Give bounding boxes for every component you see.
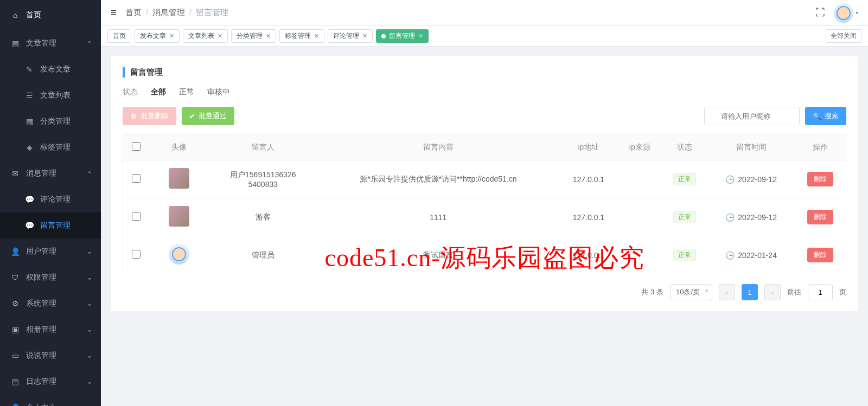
chevron-down-icon: ⌄ <box>87 248 92 255</box>
clock-icon: 🕒 <box>725 213 735 222</box>
cell-user: 管理员 <box>209 236 318 274</box>
document-icon: ▤ <box>11 39 20 48</box>
col-ip-source: ip来源 <box>618 134 661 160</box>
crumb-l1[interactable]: 消息管理 <box>152 8 185 18</box>
row-checkbox[interactable] <box>132 250 141 259</box>
search-button[interactable]: 🔍搜索 <box>805 107 846 125</box>
col-action: 操作 <box>795 134 846 160</box>
delete-button[interactable]: 删除 <box>807 210 833 224</box>
sidebar-item-home[interactable]: ⌂首页 <box>0 0 101 30</box>
crumb-home[interactable]: 首页 <box>125 8 142 18</box>
page-size-select[interactable]: 10条/页 <box>670 284 712 300</box>
jump-input[interactable] <box>808 284 833 300</box>
sidebar-item-personal[interactable]: 👤个人中心 <box>0 395 101 406</box>
sidebar-item-guestbook[interactable]: 💬留言管理 <box>0 212 101 239</box>
cell-content: 1111 <box>317 198 559 236</box>
close-icon[interactable]: ✕ <box>418 33 423 40</box>
close-icon[interactable]: ✕ <box>266 33 271 40</box>
filter-review[interactable]: 审核中 <box>207 87 230 97</box>
tab-标签管理[interactable]: 标签管理✕ <box>279 29 324 43</box>
filter-normal[interactable]: 正常 <box>179 87 194 97</box>
tab-文章列表[interactable]: 文章列表✕ <box>183 29 228 43</box>
sidebar: ⌂首页 ▤文章管理⌄ ✎发布文章 ☰文章列表 ▦分类管理 ◈标签管理 ✉消息管理… <box>0 0 101 406</box>
row-avatar <box>169 244 189 265</box>
col-content: 留言内容 <box>317 134 559 160</box>
row-avatar <box>169 168 189 189</box>
col-status: 状态 <box>661 134 707 160</box>
sidebar-item-publish[interactable]: ✎发布文章 <box>0 56 101 82</box>
sidebar-item-system[interactable]: ⚙系统管理⌄ <box>0 291 101 317</box>
clock-icon: 🕒 <box>725 251 735 260</box>
sidebar-item-article[interactable]: ▤文章管理⌄ <box>0 30 101 56</box>
cell-ip: 127.0.0.1 <box>559 160 618 198</box>
sidebar-item-message[interactable]: ✉消息管理⌄ <box>0 160 101 186</box>
tab-首页[interactable]: 首页 <box>107 29 131 43</box>
chevron-down-icon: ⌄ <box>87 274 92 281</box>
filter-all[interactable]: 全部 <box>151 87 166 97</box>
select-all-checkbox[interactable] <box>132 142 141 151</box>
row-avatar <box>169 206 189 227</box>
pager-total: 共 3 条 <box>641 287 663 297</box>
close-icon[interactable]: ✕ <box>169 33 174 40</box>
close-icon[interactable]: ✕ <box>314 33 319 40</box>
user-icon: 👤 <box>11 247 20 256</box>
avatar <box>834 3 853 23</box>
pager-page-1[interactable]: 1 <box>742 284 758 300</box>
batch-delete-button[interactable]: 🗑批量删除 <box>123 107 176 125</box>
cell-ip-source <box>618 198 661 236</box>
close-icon[interactable]: ✕ <box>362 33 367 40</box>
fullscreen-icon[interactable]: ⛶ <box>815 7 825 18</box>
sidebar-item-article-list[interactable]: ☰文章列表 <box>0 82 101 108</box>
cell-ip-source <box>618 236 661 274</box>
sidebar-item-perm[interactable]: 🛡权限管理⌄ <box>0 265 101 291</box>
search-input[interactable] <box>704 107 800 125</box>
row-checkbox[interactable] <box>132 174 141 183</box>
sidebar-item-album[interactable]: ▣相册管理⌄ <box>0 317 101 343</box>
sidebar-item-category[interactable]: ▦分类管理 <box>0 108 101 134</box>
home-icon: ⌂ <box>11 11 20 20</box>
tag-icon: ◈ <box>25 143 34 152</box>
delete-button[interactable]: 删除 <box>807 248 833 262</box>
tab-分类管理[interactable]: 分类管理✕ <box>231 29 276 43</box>
mail-icon: ✉ <box>11 169 20 178</box>
close-all-button[interactable]: 全部关闭 <box>826 29 861 43</box>
pager-prev[interactable]: ‹ <box>719 284 735 300</box>
sidebar-item-user[interactable]: 👤用户管理⌄ <box>0 239 101 265</box>
chevron-down-icon: ⌄ <box>87 326 92 333</box>
tabs-bar: 首页发布文章✕文章列表✕分类管理✕标签管理✕评论管理✕留言管理✕全部关闭 <box>101 26 868 47</box>
tab-评论管理[interactable]: 评论管理✕ <box>328 29 373 43</box>
row-checkbox[interactable] <box>132 212 141 221</box>
pagination: 共 3 条 10条/页 ‹ 1 › 前往 页 <box>123 284 846 300</box>
sidebar-item-tag[interactable]: ◈标签管理 <box>0 134 101 160</box>
batch-approve-button[interactable]: ✔批量通过 <box>182 107 234 125</box>
gear-icon: ⚙ <box>11 299 20 308</box>
tab-留言管理[interactable]: 留言管理✕ <box>376 29 429 43</box>
pager-next[interactable]: › <box>764 284 781 300</box>
close-icon[interactable]: ✕ <box>218 33 222 40</box>
col-ip: ip地址 <box>559 134 618 160</box>
sidebar-item-log[interactable]: ▤日志管理⌄ <box>0 369 101 395</box>
sidebar-item-talk[interactable]: ▭说说管理⌄ <box>0 343 101 369</box>
tab-发布文章[interactable]: 发布文章✕ <box>135 29 180 43</box>
status-badge: 正常 <box>673 249 696 261</box>
chevron-down-icon: ⌄ <box>87 352 92 359</box>
collapse-icon[interactable]: ≡ <box>111 7 117 18</box>
grid-icon: ▦ <box>25 117 34 126</box>
status-badge: 正常 <box>673 173 696 185</box>
table-row: 管理员测试留言127.0.0.1正常🕒2022-01-24删除 <box>123 236 846 274</box>
cell-time: 🕒2022-09-12 <box>725 175 777 184</box>
cell-ip-source <box>618 160 661 198</box>
edit-icon: ✎ <box>25 65 34 74</box>
crumb-current: 留言管理 <box>196 8 228 18</box>
sidebar-item-comment[interactable]: 💬评论管理 <box>0 186 101 212</box>
chevron-down-icon: ⌄ <box>87 170 92 177</box>
cell-time: 🕒2022-09-12 <box>725 213 777 222</box>
jump-suffix: 页 <box>839 287 846 297</box>
delete-button[interactable]: 删除 <box>807 172 833 186</box>
chevron-down-icon: ⌄ <box>87 40 92 47</box>
cell-time: 🕒2022-01-24 <box>725 251 777 260</box>
list-icon: ☰ <box>25 91 34 100</box>
user-menu[interactable]: ▾ <box>834 3 858 23</box>
panel: 留言管理 状态 全部 正常 审核中 🗑批量删除 ✔批量通过 🔍 🔍搜索 <box>111 56 858 311</box>
col-user: 留言人 <box>209 134 318 160</box>
